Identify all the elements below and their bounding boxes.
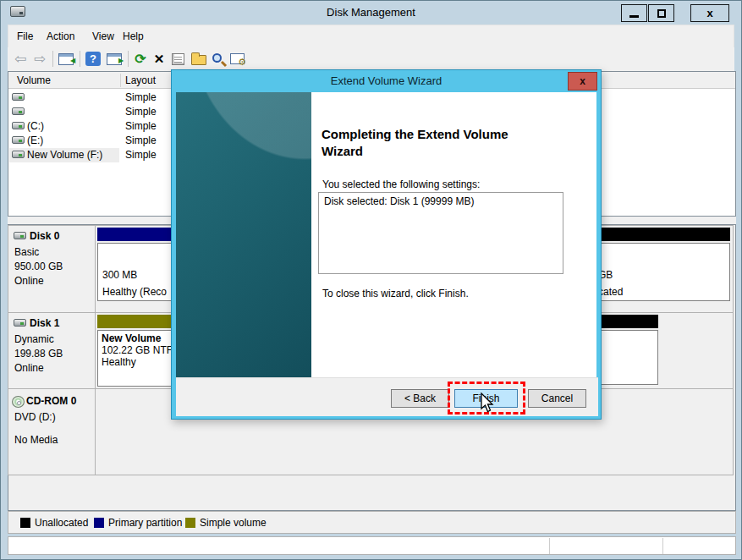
forward-button[interactable]: ⇨ — [30, 50, 49, 69]
disk1-size: 199.88 GB — [14, 348, 63, 360]
delete-icon: ✕ — [154, 52, 165, 66]
toolbar-separator — [52, 51, 53, 67]
legend-label-primary: Primary partition — [108, 517, 182, 529]
menu-action[interactable]: Action — [47, 30, 74, 42]
delete-button[interactable]: ✕ — [150, 50, 168, 69]
close-icon: x — [706, 7, 712, 19]
cdrom-label-cell[interactable]: CD-ROM 0 DVD (D:) No Media — [8, 388, 96, 475]
status-bar — [8, 536, 736, 555]
wizard-close-icon: x — [580, 75, 585, 87]
cdrom-status: No Media — [14, 434, 58, 446]
disk0-status: Online — [14, 275, 44, 287]
maximize-button[interactable] — [648, 4, 674, 22]
disk-icon — [14, 232, 26, 239]
console-tree-icon: ◀ — [58, 53, 74, 65]
properties-button[interactable] — [169, 50, 188, 69]
volume-layout: Simple — [125, 135, 157, 146]
open-button[interactable] — [190, 50, 208, 69]
partition-name: New Volume — [102, 332, 161, 344]
volume-layout: Simple — [125, 91, 157, 103]
column-header-layout[interactable]: Layout — [125, 74, 156, 86]
legend-label-simple: Simple volume — [200, 517, 267, 529]
partition-size: 300 MB — [102, 269, 137, 281]
back-icon: ⇦ — [14, 51, 26, 67]
partition-status: Healthy — [102, 356, 136, 368]
toolbar: ⇦ ⇨ ◀ ? ▶ ⟳ ✕ ⚙ — [8, 47, 734, 71]
partition-status: Healthy (Reco — [102, 286, 167, 298]
volume-layout: Simple — [125, 120, 157, 132]
magnifier-icon — [212, 53, 222, 63]
disk-icon — [14, 319, 26, 327]
volume-icon — [12, 136, 25, 144]
minimize-icon — [629, 15, 639, 18]
legend-swatch-primary — [94, 518, 104, 528]
cancel-button-wizard[interactable]: Cancel — [528, 389, 586, 408]
cdrom-name: CD-ROM 0 — [26, 395, 76, 407]
legend-swatch-unallocated — [20, 518, 30, 528]
menu-bar: File Action View Help — [8, 25, 734, 47]
cdrom-icon — [12, 396, 25, 408]
wizard-instruction-text: To close this wizard, click Finish. — [322, 288, 469, 299]
back-button[interactable]: ⇦ — [11, 50, 30, 69]
disk0-kind: Basic — [14, 246, 39, 258]
status-divider — [549, 538, 550, 554]
show-console-tree-button[interactable]: ◀ — [57, 50, 75, 69]
wizard-title: Extend Volume Wizard — [172, 74, 601, 87]
minimize-button[interactable] — [621, 4, 647, 22]
forward-icon: ⇨ — [34, 51, 46, 67]
legend-label-unallocated: Unallocated — [35, 517, 88, 529]
rescan-button[interactable] — [209, 50, 228, 69]
wizard-body: Completing the Extend Volume Wizard You … — [176, 92, 596, 377]
legend-bar: Unallocated Primary partition Simple vol… — [8, 511, 736, 534]
wizard-sidebar-graphic — [176, 92, 311, 377]
volume-layout: Simple — [125, 149, 157, 161]
extend-volume-wizard-dialog: Extend Volume Wizard x Completing the Ex… — [171, 69, 602, 420]
back-button-wizard[interactable]: < Back — [391, 389, 449, 408]
help-icon: ? — [85, 52, 101, 66]
close-button[interactable]: x — [690, 4, 729, 22]
wizard-intro-text: You selected the following settings: — [322, 178, 480, 190]
disk1-status: Online — [14, 362, 44, 374]
legend-swatch-simple — [185, 518, 195, 528]
disk1-name: Disk 1 — [30, 317, 59, 329]
wizard-close-button[interactable]: x — [568, 72, 597, 91]
disk-management-window: Disk Management x File Action View Help … — [0, 0, 742, 560]
partition-status-fragment: cated — [598, 286, 623, 298]
show-action-pane-button[interactable]: ▶ — [105, 50, 124, 69]
properties-icon — [172, 53, 184, 65]
disk0-size: 950.00 GB — [14, 261, 63, 272]
menu-help[interactable]: Help — [123, 30, 144, 42]
volume-icon — [12, 107, 25, 115]
mouse-cursor — [480, 393, 495, 415]
cdrom-kind: DVD (D:) — [14, 411, 56, 423]
open-folder-icon — [191, 55, 206, 65]
volume-name: (C:) — [27, 120, 44, 132]
status-divider — [662, 538, 663, 554]
toolbar-separator — [80, 51, 80, 67]
partition-size: 102.22 GB NTF — [102, 344, 173, 356]
menu-view[interactable]: View — [92, 30, 114, 42]
disk1-kind: Dynamic — [14, 333, 54, 345]
wizard-settings-line: Disk selected: Disk 1 (99999 MB) — [324, 195, 474, 207]
volume-layout: Simple — [125, 106, 157, 118]
volume-icon — [12, 93, 25, 101]
wizard-settings-listbox[interactable]: Disk selected: Disk 1 (99999 MB) — [318, 192, 563, 274]
menu-file[interactable]: File — [17, 30, 33, 42]
disk0-label-cell[interactable]: Disk 0 Basic 950.00 GB Online — [8, 225, 96, 313]
wizard-heading: Completing the Extend Volume Wizard — [322, 126, 548, 159]
help-button[interactable]: ? — [84, 50, 102, 69]
disk1-label-cell[interactable]: Disk 1 Dynamic 199.88 GB Online — [8, 312, 96, 389]
volume-name: (E:) — [27, 135, 43, 146]
volume-icon — [12, 122, 25, 129]
column-divider[interactable] — [120, 74, 121, 87]
maximize-icon — [657, 9, 666, 18]
refresh-icon: ⟳ — [135, 52, 146, 66]
gear-icon: ⚙ — [230, 53, 245, 64]
action-pane-icon: ▶ — [107, 53, 122, 65]
column-header-volume[interactable]: Volume — [17, 74, 51, 86]
disk-settings-button[interactable]: ⚙ — [228, 50, 247, 69]
disk0-name: Disk 0 — [30, 230, 59, 242]
toolbar-separator — [128, 51, 129, 67]
refresh-button[interactable]: ⟳ — [131, 50, 150, 69]
